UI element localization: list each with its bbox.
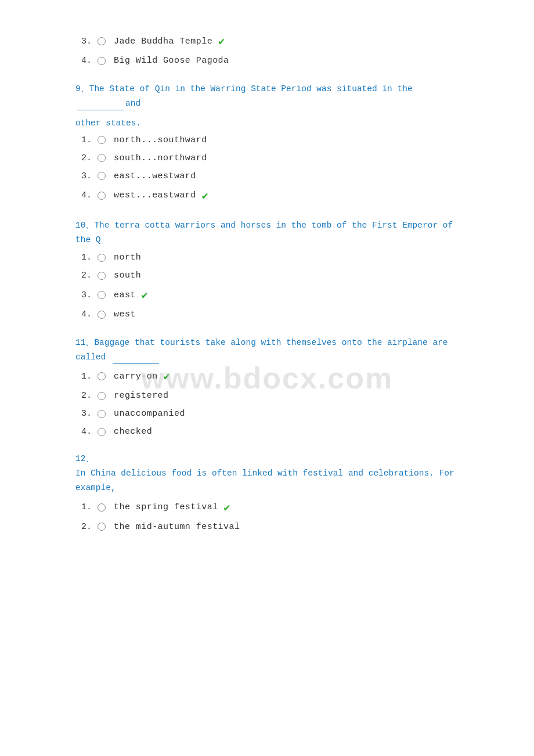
option-number: 4. xyxy=(81,190,98,200)
radio-button[interactable] xyxy=(98,154,106,162)
option-row: 3. east ✔ xyxy=(75,289,459,301)
option-row: 2. the mid-autumn festival xyxy=(75,522,459,532)
option-row: 3. unaccompanied xyxy=(75,409,459,419)
option-number: 3. xyxy=(81,290,98,300)
option-row: 2. registered xyxy=(75,391,459,401)
question-12-number: 12、 xyxy=(75,453,459,464)
option-row: 4. Big Wild Goose Pagoda xyxy=(75,56,459,66)
question-11: 11、Baggage that tourists take along with… xyxy=(75,336,459,437)
radio-button[interactable] xyxy=(98,372,106,380)
question-11-text: 11、Baggage that tourists take along with… xyxy=(75,336,459,364)
radio-button[interactable] xyxy=(98,503,106,512)
question-10-line1: 10、The terra cotta warriors and horses i… xyxy=(75,221,453,244)
radio-button[interactable] xyxy=(98,410,106,418)
option-label: east xyxy=(114,290,136,300)
option-number: 2. xyxy=(81,153,98,163)
option-row: 4. west xyxy=(75,309,459,319)
option-row: 3. east...westward xyxy=(75,171,459,181)
radio-button[interactable] xyxy=(98,291,106,299)
question-3-options: 3. Jade Buddha Temple ✔ 4. Big Wild Goos… xyxy=(75,35,459,66)
option-number: 3. xyxy=(81,37,98,46)
radio-button[interactable] xyxy=(98,523,106,531)
question-9-text: 9、The State of Qin in the Warring State … xyxy=(75,82,459,110)
answer-blank xyxy=(77,110,124,110)
correct-checkmark: ✔ xyxy=(224,501,230,514)
question-12: 12、 In China delicious food is often lin… xyxy=(75,453,459,531)
option-row: 1. the spring festival ✔ xyxy=(75,501,459,514)
option-label: north xyxy=(114,253,141,262)
option-label: west...eastward xyxy=(114,190,196,200)
option-number: 2. xyxy=(81,522,98,532)
option-label: unaccompanied xyxy=(114,409,185,419)
option-label: the mid-autumn festival xyxy=(114,522,240,532)
option-number: 1. xyxy=(81,135,98,145)
option-label: south...northward xyxy=(114,153,207,163)
option-label: west xyxy=(114,309,136,319)
question-10-text: 10、The terra cotta warriors and horses i… xyxy=(75,218,459,247)
option-row: 2. south xyxy=(75,271,459,280)
option-row: 1. north xyxy=(75,253,459,262)
answer-blank xyxy=(113,363,159,364)
option-label: south xyxy=(114,271,141,280)
radio-button[interactable] xyxy=(98,311,106,319)
option-number: 4. xyxy=(81,427,98,437)
option-label: north...southward xyxy=(114,135,207,145)
option-label: Jade Buddha Temple xyxy=(114,37,212,46)
option-row: 1. north...southward xyxy=(75,135,459,145)
question-12-subtext: In China delicious food is often linked … xyxy=(75,466,459,495)
question-9-line1: 9、The State of Qin in the Warring State … xyxy=(75,84,413,108)
question-10: 10、The terra cotta warriors and horses i… xyxy=(75,218,459,319)
option-number: 4. xyxy=(81,309,98,319)
radio-button[interactable] xyxy=(98,392,106,400)
question-9: 9、The State of Qin in the Warring State … xyxy=(75,82,459,202)
option-number: 3. xyxy=(81,171,98,181)
option-number: 1. xyxy=(81,372,98,381)
radio-button[interactable] xyxy=(98,37,106,45)
radio-button[interactable] xyxy=(98,428,106,436)
radio-button[interactable] xyxy=(98,254,106,262)
option-label: carry-on xyxy=(114,372,158,381)
option-number: 1. xyxy=(81,253,98,262)
option-number: 3. xyxy=(81,409,98,419)
option-label: checked xyxy=(114,427,152,437)
correct-checkmark: ✔ xyxy=(142,289,148,301)
option-label: Big Wild Goose Pagoda xyxy=(114,56,229,66)
question-9-line2: other states. xyxy=(75,116,459,131)
question-11-line1: 11、Baggage that tourists take along with… xyxy=(75,338,448,362)
option-row: 4. checked xyxy=(75,427,459,437)
option-row: 4. west...eastward ✔ xyxy=(75,189,459,202)
option-row: 3. Jade Buddha Temple ✔ xyxy=(75,35,459,48)
option-number: 4. xyxy=(81,56,98,66)
radio-button[interactable] xyxy=(98,57,106,65)
option-number: 2. xyxy=(81,271,98,280)
radio-button[interactable] xyxy=(98,272,106,280)
radio-button[interactable] xyxy=(98,172,106,180)
option-label: the spring festival xyxy=(114,502,218,512)
option-label: east...westward xyxy=(114,171,196,181)
radio-button[interactable] xyxy=(98,192,106,200)
option-row: 2. south...northward xyxy=(75,153,459,163)
correct-checkmark: ✔ xyxy=(218,35,225,48)
radio-button[interactable] xyxy=(98,136,106,144)
option-row: 1. carry-on ✔ xyxy=(75,370,459,383)
correct-checkmark: ✔ xyxy=(202,189,208,202)
correct-checkmark: ✔ xyxy=(164,370,170,383)
option-label: registered xyxy=(114,391,169,401)
option-number: 2. xyxy=(81,391,98,401)
option-number: 1. xyxy=(81,502,98,512)
